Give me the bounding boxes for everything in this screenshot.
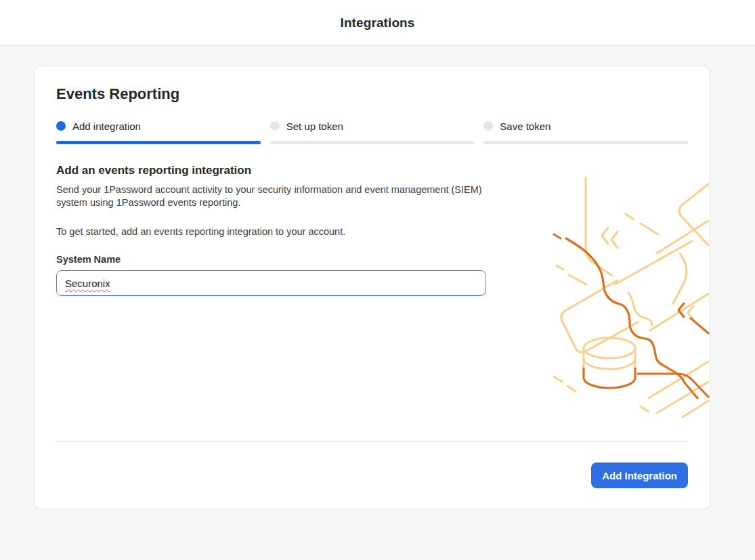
step-label: Set up token bbox=[286, 121, 343, 132]
step-active-dot-icon bbox=[56, 121, 66, 131]
add-integration-button[interactable]: Add Integration bbox=[591, 462, 688, 488]
system-name-input[interactable]: Securonix bbox=[56, 270, 486, 296]
app-header: Integrations bbox=[0, 0, 755, 46]
main-content: Events Reporting Add integration Set up … bbox=[0, 66, 755, 509]
system-name-value: Securonix bbox=[65, 278, 110, 289]
section-instruction: To get started, add an events reporting … bbox=[56, 225, 496, 238]
step-progress-bar bbox=[483, 141, 688, 144]
card-footer: Add Integration bbox=[56, 441, 688, 488]
step-label: Save token bbox=[500, 121, 551, 132]
step-add-integration[interactable]: Add integration bbox=[56, 119, 261, 144]
events-reporting-card: Events Reporting Add integration Set up … bbox=[34, 66, 710, 509]
step-head: Add integration bbox=[56, 119, 261, 133]
page-title: Integrations bbox=[341, 16, 415, 30]
step-progress-bar bbox=[270, 141, 475, 144]
spacer bbox=[56, 296, 688, 441]
system-name-label: System Name bbox=[56, 253, 500, 266]
step-label: Add integration bbox=[72, 121, 141, 132]
step-inactive-dot-icon bbox=[270, 121, 280, 131]
step-set-up-token[interactable]: Set up token bbox=[270, 119, 475, 144]
card-title: Events Reporting bbox=[56, 85, 688, 103]
section-heading: Add an events reporting integration bbox=[56, 163, 500, 178]
step-save-token[interactable]: Save token bbox=[483, 119, 688, 144]
step-progress-bar bbox=[56, 141, 261, 144]
step-head: Save token bbox=[483, 119, 688, 133]
stepper: Add integration Set up token Save token bbox=[56, 119, 688, 144]
step-head: Set up token bbox=[270, 119, 475, 133]
section-description: Send your 1Password account activity to … bbox=[56, 184, 496, 209]
add-integration-section: Add an events reporting integration Send… bbox=[56, 163, 500, 296]
step-inactive-dot-icon bbox=[483, 121, 493, 131]
